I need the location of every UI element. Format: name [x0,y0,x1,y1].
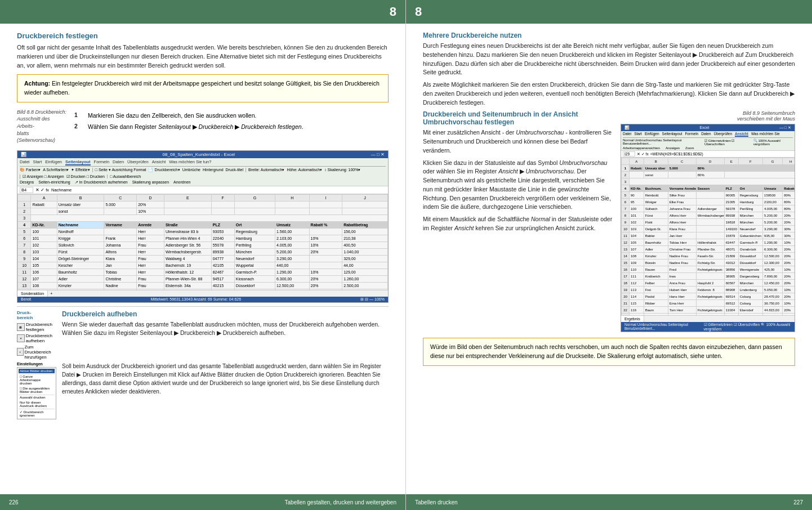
excel-window-controls: — □ ✕ [371,152,385,157]
ribbon-drucken: ☑ Drucken □ Drucken [66,175,105,179]
formula-left: Nachname [51,187,72,193]
table-row: 695WinigerElke Frau21005Hamburg2103,0080… [622,199,795,205]
right-ribbon-tabs: Datei Start Einfügen Seitenlayout Formel… [623,132,793,138]
r-tab-start[interactable]: Start [634,132,642,137]
tab-formeln[interactable]: Formeln [94,159,110,165]
settings-label: Einstellungen [17,362,56,366]
table-row: 12105BaumholtzTobias HerrHöllenthalstr.6… [622,239,795,246]
tab-start[interactable]: Start [33,159,42,165]
r-ribbon-normal: Normal Umbruchvorschau Seitenlayout Benu… [623,138,701,146]
table-row: 2 sonst 80% [622,172,795,178]
r-tab-form[interactable]: Formeln [685,132,698,137]
excel-screenshot-right: 📊 Excel — □ ✕ Datei Start Einfügen Seite… [621,124,795,332]
right-para4: Klicken Sie dazu in der Statusleiste auf… [423,159,614,212]
table-row: 8101FürstAlfons HerrWirmbachsberger89938… [622,212,795,219]
settings-section: Einstellungen Aktive Blätter drucken □ G… [17,362,389,419]
r-tab-einf[interactable]: Einfügen [645,132,659,137]
ribbon-skalierung: ↕ Skalierung: 100%▾ [324,168,360,172]
r-ribbon-zoom: 🔍 100% Auswahl vergrößern [753,138,793,146]
r-col-g: G [763,158,783,165]
add-sheet-btn[interactable]: + [48,290,55,297]
settings-box: Aktive Blätter drucken □ Ganze Arbeitsma… [17,367,56,419]
left-header: 8 [0,0,405,24]
right-excel-icon: 📊 [624,126,630,130]
aufheben-title: Druckbereich aufheben [62,310,389,318]
table-row: 8103FürstAlfonsHerrWirmbachsbergerstr.89… [18,248,388,255]
r-tab-datei[interactable]: Datei [623,132,631,137]
ribbon-skalopt: Skalierung anpassen [132,180,169,185]
table-row: 5100NordhoffHerrUlmenstrasse 83 b93053Re… [18,228,388,235]
settings-item-active: Aktive Blätter drucken [19,369,55,373]
note-text: Würde im Bild oben der Seitenumbruch nac… [430,343,782,359]
r-tab-daten[interactable]: Daten [701,132,711,137]
excel-table-left: A B C D E F G H I J [17,194,388,290]
col-a: A [31,194,57,201]
settings-item2: □ Die ausgewählten Blätter drucken [19,386,55,394]
tab-ueberprufen[interactable]: Überprüfen [127,159,149,165]
r-tab-seite[interactable]: Seitenlayout [662,132,682,137]
left-title: Druckbereich festlegen [17,32,389,40]
r-col-empty [622,158,630,165]
ribbon-designs: Designs [20,180,34,185]
col-f: F [211,194,234,201]
tab-datei[interactable]: Datei [20,159,30,165]
table-row: 11106BaumholtzTobiasHerrHöllenthalstr. 1… [18,269,388,275]
para3: Soll beim Ausdruck der Druckbereich igno… [62,362,389,396]
tab-help[interactable]: Was möchten Sie tun? [169,159,211,165]
r-sub-arbeitsmappe: Arbeitsmappenansichten [623,146,660,150]
ribbon-tabs: Datei Start Einfügen Seitenlayout Formel… [20,159,386,167]
right-para3: Mit einer zusätzlichen Ansicht - der Umb… [423,128,614,155]
excel-file-icon: 📊 [21,152,26,157]
tab-einfuegen[interactable]: Einfügen [45,159,62,165]
right-para2: Als zweite Möglichkeit markieren Sie den… [423,80,795,107]
table-row: 18112FelberAnna FrauHaspfuhl 260567Münch… [622,280,795,287]
excel-grid-left: A B C D E F G H I J [17,194,388,290]
table-row: 3 [18,214,388,221]
right-header: 8 [406,0,812,24]
left-footer: 226 Tabellen gestalten, drucken und weit… [0,494,405,510]
table-row: 7100SüllwichJohanna FrauAdlersberger5937… [622,205,795,212]
tab-daten[interactable]: Daten [113,159,124,165]
right-para1: Durch Festlegung eines neuen Druckbereic… [423,42,795,77]
sidebar-icons: Druck-bereich ▦ Druckbereich festlegen ✕… [17,310,56,360]
ribbon-druck-titel: Druck-titel [226,168,244,172]
table-row: 2 sonst 10% [18,208,388,214]
divider [17,306,389,307]
r-statusbar-left: Normal Umbruchvorschau Seitenlayout Benu… [624,323,704,331]
r-sheet-tab[interactable]: Ergebnis [621,316,644,322]
table-row: 22116BaumTom HerrFichtelgebirgsstr.13304… [622,307,795,314]
right-excel-title: Excel [699,126,709,130]
right-cell-ref: I29 [623,151,635,156]
table-row: 14108KimzlerNadine FrauFaseln-Str.21809D… [622,253,795,260]
sidebar-item-aufheben: ✕ Druckbereich aufheben [17,333,56,343]
ribbon-sub: Designs Seiten-einrichtung ↗ In Druckber… [20,180,386,185]
note-box: Würde im Bild oben der Seitenumbruch nac… [423,338,795,366]
table-row: 10103Oelgott-St.Klara Frau149100Neuendor… [622,226,795,232]
ribbon-auswahl: □ Auswahlbereich [107,175,141,178]
sidebar-items: ▦ Druckbereich festlegen ✕ Druckbereich … [17,322,56,360]
r-tab-ueber[interactable]: Überprüfen [714,132,733,137]
r-tab-ansicht[interactable]: Ansicht [735,132,748,137]
table-row: 20114PiodolHans HerrFichtelgebirgsstr.69… [622,293,795,300]
tab-seitenlayout[interactable]: Seitenlayout [65,159,91,165]
statusbar-stats: Mittelwert: 56631,13043 Anzahl: 69 Summe… [150,297,241,302]
right-header-num: 8 [415,5,422,19]
tab-ansicht[interactable]: Ansicht [152,159,166,165]
settings-item4: Nur für diesen Ausdruck drucken [19,400,55,408]
excel-right-titlebar: 📊 Excel — □ ✕ [621,124,795,131]
right-page: 8 Mehrere Druckbereiche nutzen Durch Fes… [406,0,812,510]
table-row: 9102FlottiAlfons Herr19818München5.200,0… [622,219,795,226]
warning-text: Achtung: Ein festgelegter Druckbereich w… [24,80,380,96]
settings-item3: Auswahl drucken [19,395,55,400]
col-j: J [342,194,388,201]
aufheben-text: Druckbereich aufheben Wenn Sie wieder da… [62,310,389,360]
sheet-tab-sonderaktion[interactable]: Sonderaktion [17,290,48,297]
sidebar-label: Druck-bereich [17,310,56,320]
label-festlegen: Druckbereich festlegen [26,322,56,332]
excel-sheet-tabs: Sonderaktion + [17,290,388,297]
aufheben-para2: Wenn Sie wieder dauerhaft das gesamte Ta… [62,320,389,338]
settings-col: Einstellungen Aktive Blätter drucken □ G… [17,362,56,419]
r-tab-help[interactable]: Was möchten Sie [751,132,780,137]
excel-screenshot-left: 📊 08_08_Spalten_Kundenlistxt - Excel — □… [17,150,389,303]
excel-title: 08_08_Spalten_Kundenlistxt - Excel [163,152,235,157]
